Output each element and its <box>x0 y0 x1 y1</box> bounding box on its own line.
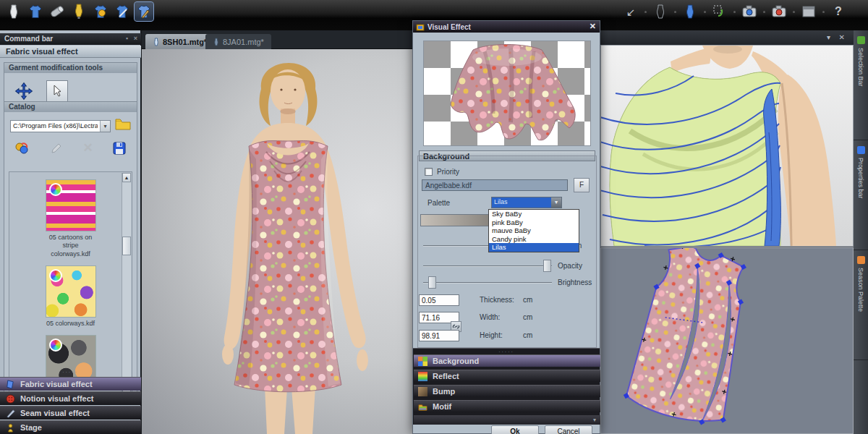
seam-tool-icon[interactable] <box>113 2 132 21</box>
palette-combobox[interactable]: Lilas ▾ <box>491 197 562 208</box>
accordion-item-motif[interactable]: Motif <box>414 400 600 412</box>
move-tool-icon[interactable] <box>13 80 35 102</box>
pointer-icon[interactable]: ↙ <box>621 2 640 21</box>
fabric-file-field[interactable] <box>422 179 568 191</box>
fabric-roll-icon[interactable] <box>48 2 67 21</box>
chevron-down-icon[interactable]: ▾ <box>100 121 110 132</box>
stack-item-fabric-visual-effect[interactable]: Fabric visual effect <box>0 377 141 391</box>
fabric-thumbnail[interactable] <box>46 179 96 231</box>
accordion-collapsed-bar[interactable]: ▾ <box>414 415 600 425</box>
mannequin-icon[interactable] <box>4 2 23 21</box>
dialog-titlebar[interactable]: Visual Effect ✕ <box>413 21 600 33</box>
stack-item-label: Stage <box>20 423 42 432</box>
close-icon[interactable]: × <box>134 35 137 42</box>
secondary-viewports: ▾ ✕ <box>600 30 854 434</box>
palette-option[interactable]: pink BaBy <box>489 218 579 227</box>
panel-drag-handle[interactable]: ····· <box>0 370 140 375</box>
catalog-thumbnail-list: 05 cartoons on stripe colorways.kdf 05 c… <box>9 171 132 395</box>
width-label: Width: <box>480 313 500 321</box>
accordion-item-bump[interactable]: Bump <box>414 385 600 397</box>
cursor-tool-icon[interactable] <box>46 80 68 102</box>
palette-option[interactable]: Sky BaBy <box>489 210 579 218</box>
height-input[interactable] <box>419 330 459 341</box>
scrollbar-thumb[interactable] <box>122 237 131 255</box>
palette-option[interactable]: mauve BaBy <box>489 226 579 235</box>
colorwheel-icon <box>49 339 62 352</box>
accordion-item-background[interactable]: Background <box>414 354 600 367</box>
visual-effect-dialog: Visual Effect ✕ Background Priority F Pa… <box>412 20 600 434</box>
brightness-slider[interactable] <box>423 282 552 284</box>
toolbar-left-group <box>4 2 153 21</box>
garment-closeup-viewport[interactable] <box>600 45 854 247</box>
solid-mannequin-icon[interactable] <box>681 2 699 21</box>
thickness-input[interactable] <box>419 294 459 306</box>
help-icon[interactable]: ? <box>829 2 848 21</box>
fabric-thumbnail[interactable] <box>46 265 96 318</box>
import-fabric-icon[interactable] <box>14 141 30 160</box>
ghost-mannequin-icon[interactable] <box>651 2 670 21</box>
tab-8SH01[interactable]: 8SH01.mtg* <box>145 34 214 49</box>
dress-form-icon[interactable] <box>69 2 88 21</box>
close-icon[interactable]: ✕ <box>839 33 845 41</box>
pin-icon[interactable]: ▪ <box>126 35 128 42</box>
list-item[interactable]: 05 colorways.kdf <box>46 265 96 328</box>
rail-tab-label: Selection Bar <box>857 48 864 87</box>
slider-handle[interactable] <box>543 260 551 272</box>
snapshot-blue-icon[interactable] <box>740 2 759 21</box>
reflect-effect-icon <box>418 372 427 381</box>
cancel-button[interactable]: Cancel <box>545 425 592 434</box>
close-icon[interactable]: ✕ <box>590 22 596 31</box>
height-row: Height: cm <box>413 330 600 343</box>
slider-handle[interactable] <box>428 276 436 289</box>
motif-effect-icon <box>418 402 427 412</box>
tab-label: 8JA01.mtg* <box>223 38 264 46</box>
command-bar-panel: Command bar ▪ × Fabric visual effect Gar… <box>0 30 141 434</box>
palette-option[interactable]: Candy pink <box>489 235 579 244</box>
catalog-path-combo[interactable]: ▾ <box>10 120 111 132</box>
palette-label: Palette <box>427 199 450 207</box>
command-bar-titlebar[interactable]: Command bar ▪ × <box>0 33 141 45</box>
opacity-slider[interactable] <box>423 265 552 267</box>
priority-checkbox[interactable] <box>425 168 433 176</box>
chevron-down-icon[interactable]: ▾ <box>551 197 561 208</box>
garment-icon[interactable] <box>26 2 45 21</box>
ok-button[interactable]: Ok <box>491 425 539 434</box>
pattern-piece-render <box>601 248 853 433</box>
toolbar-separator-dot <box>793 11 795 13</box>
accordion-item-reflect[interactable]: Reflect <box>414 370 600 382</box>
accordion-drag-handle[interactable]: ····· <box>413 349 600 354</box>
select-zone-icon[interactable] <box>710 2 729 21</box>
panel-header: Fabric visual effect <box>0 46 141 58</box>
edit-icon[interactable] <box>49 141 64 160</box>
open-folder-icon[interactable] <box>115 118 131 134</box>
palette-option-selected[interactable]: Lilas <box>489 243 579 252</box>
rail-tab-selection-bar[interactable]: Selection Bar <box>854 30 868 140</box>
delete-icon[interactable]: ✕ <box>83 141 93 160</box>
tab-8JA01[interactable]: 8JA01.mtg* <box>205 34 271 49</box>
width-unit: cm <box>523 313 532 321</box>
list-item[interactable]: 05 cartoons on stripe colorways.kdf <box>46 179 96 258</box>
pattern-piece-viewport[interactable] <box>600 247 854 434</box>
rail-tab-season-palette[interactable]: Season Palette <box>854 250 868 360</box>
stack-item-seam-visual-effect[interactable]: Seam visual effect <box>0 406 141 420</box>
catalog-path-input[interactable] <box>11 121 100 132</box>
stack-item-stage[interactable]: Stage <box>0 420 141 434</box>
bump-effect-icon <box>418 387 427 396</box>
fabric-visual-effect-icon[interactable] <box>135 2 153 21</box>
rail-tab-properties-bar[interactable]: Properties bar <box>854 140 868 250</box>
notion-tool-icon[interactable] <box>91 2 110 21</box>
save-icon[interactable] <box>112 141 127 160</box>
thickness-label: Thickness: <box>480 296 514 304</box>
scroll-up-icon[interactable]: ▲ <box>122 173 131 182</box>
minimize-icon[interactable]: ▾ <box>827 33 830 41</box>
file-browse-button[interactable]: F <box>574 178 590 192</box>
layout-icon[interactable] <box>799 2 818 21</box>
snapshot-red-icon[interactable] <box>770 2 788 21</box>
slider-label: Brightness <box>558 278 592 286</box>
rail-tab-label: Season Palette <box>857 268 864 312</box>
toolbar-right-group: ↙ ? <box>621 2 848 21</box>
panel-stack: Fabric visual effect Notion visual effec… <box>0 376 141 434</box>
stack-item-notion-visual-effect[interactable]: Notion visual effect <box>0 391 141 405</box>
thumbnail-scrollbar[interactable]: ▲ ▼ <box>122 173 131 393</box>
priority-label: Priority <box>437 168 459 176</box>
